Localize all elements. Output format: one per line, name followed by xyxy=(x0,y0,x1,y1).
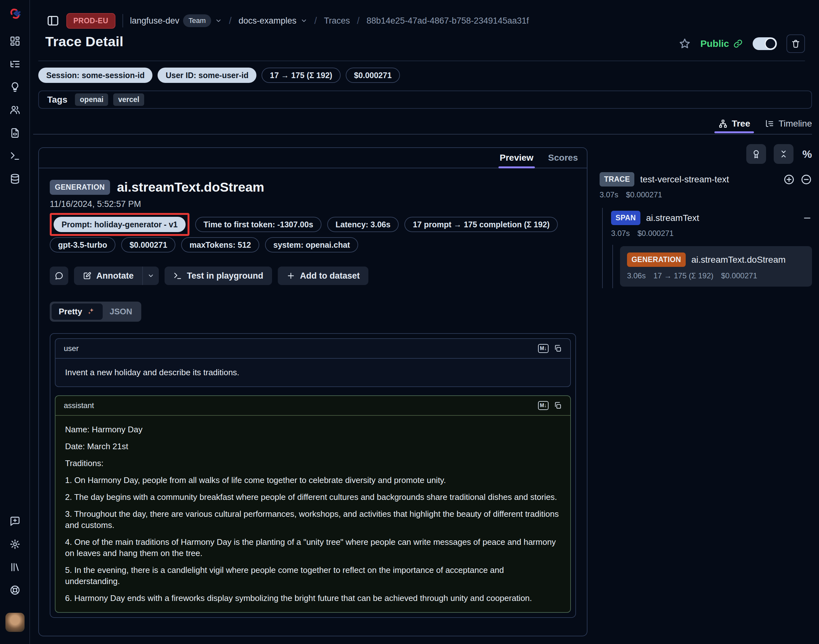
tab-timeline-label: Timeline xyxy=(779,119,812,129)
cost-badge: $0.000271 xyxy=(346,67,400,83)
model-badge[interactable]: gpt-3.5-turbo xyxy=(50,237,115,253)
assistant-paragraph: 5. In the evening, there is a candleligh… xyxy=(65,564,561,587)
role-label: user xyxy=(64,344,79,353)
observation-panel: Preview Scores GENERATION ai.streamText.… xyxy=(38,147,587,636)
trace-latency: 3.07s xyxy=(599,190,618,199)
breadcrumb-traces-link[interactable]: Traces xyxy=(324,16,350,26)
format-pretty[interactable]: Pretty xyxy=(52,304,103,320)
format-toggle: Pretty JSON xyxy=(50,302,141,322)
span-type-badge: SPAN xyxy=(611,211,641,225)
markdown-toggle-icon[interactable]: M↓ xyxy=(538,401,549,410)
span-cost: $0.000271 xyxy=(638,229,673,238)
generation-type-badge: GENERATION xyxy=(627,253,686,267)
tree-node-trace[interactable]: TRACE test-vercel-stream-text xyxy=(599,172,812,187)
breadcrumb-slash: / xyxy=(315,15,317,26)
observation-title: ai.streamText.doStream xyxy=(117,180,264,195)
delete-trace-button[interactable] xyxy=(787,34,805,53)
annotate-button[interactable]: Annotate xyxy=(74,267,142,285)
playground-button[interactable]: Test in playground xyxy=(164,267,272,285)
fold-vertical-icon xyxy=(779,149,789,159)
header-actions: Public xyxy=(679,34,805,53)
session-badge[interactable]: Session: some-session-id xyxy=(38,67,152,83)
tab-tree[interactable]: Tree xyxy=(718,119,750,129)
copy-icon[interactable] xyxy=(554,402,562,410)
trace-detail-page: PROD-EU langfuse-dev Team / docs-example… xyxy=(0,0,819,644)
public-toggle[interactable] xyxy=(753,37,777,50)
tree-guide-line xyxy=(602,208,603,288)
assistant-paragraph: 6. Harmony Day ends with a fireworks dis… xyxy=(65,593,561,604)
chevron-down-icon xyxy=(215,17,222,24)
annotate-dropdown-button[interactable] xyxy=(142,267,159,285)
trace-cost: $0.000271 xyxy=(626,190,662,199)
expand-all-icon[interactable] xyxy=(783,174,795,185)
generation-latency: 3.06s xyxy=(627,271,646,280)
pretty-label: Pretty xyxy=(59,307,82,317)
feedback-icon[interactable] xyxy=(9,516,20,527)
observation-actions: Annotate Test in playground Add to datas… xyxy=(50,267,576,285)
bookmark-star-icon[interactable] xyxy=(679,38,691,50)
collapse-all-circle-icon[interactable] xyxy=(801,174,812,185)
plus-icon xyxy=(286,271,295,280)
view-tabs: Tree Timeline xyxy=(718,115,812,132)
generation-name: ai.streamText.doStream xyxy=(691,255,786,265)
tracing-icon[interactable] xyxy=(9,59,20,69)
public-link[interactable]: Public xyxy=(701,38,743,49)
prompt-badge[interactable]: Prompt: holiday-generator - v1 xyxy=(54,217,186,232)
format-json[interactable]: JSON xyxy=(103,304,139,320)
tag-openai[interactable]: openai xyxy=(75,94,108,106)
tab-timeline[interactable]: Timeline xyxy=(765,119,812,129)
toggle-knob xyxy=(765,38,776,49)
tab-preview[interactable]: Preview xyxy=(500,148,533,168)
tag-vercel[interactable]: vercel xyxy=(113,94,144,106)
assistant-paragraph: Traditions: xyxy=(65,458,561,469)
sidebar-nav-bottom xyxy=(0,516,30,595)
tree-node-span[interactable]: SPAN ai.streamText xyxy=(611,211,812,225)
user-avatar[interactable] xyxy=(5,613,25,632)
org-switcher[interactable]: langfuse-dev Team xyxy=(130,14,222,27)
lightbulb-icon[interactable] xyxy=(9,81,20,92)
prompts-icon[interactable] xyxy=(9,127,20,138)
settings-icon[interactable] xyxy=(9,539,20,550)
users-icon[interactable] xyxy=(9,104,20,115)
chevron-down-icon xyxy=(148,272,154,279)
playground-icon[interactable] xyxy=(9,150,20,161)
award-icon xyxy=(751,149,761,159)
langfuse-logo-icon[interactable] xyxy=(8,7,22,20)
collapse-all-button[interactable] xyxy=(774,144,793,164)
add-to-dataset-button[interactable]: Add to dataset xyxy=(278,267,369,285)
datasets-icon[interactable] xyxy=(9,173,20,184)
max-tokens-badge: maxTokens: 512 xyxy=(181,237,259,253)
user-message-text: Invent a new holiday and describe its tr… xyxy=(65,367,561,378)
env-badge: PROD-EU xyxy=(66,13,115,29)
public-label: Public xyxy=(701,38,729,49)
panel-left-icon[interactable] xyxy=(46,14,59,27)
span-latency: 3.07s xyxy=(611,229,630,238)
docs-library-icon[interactable] xyxy=(9,562,20,573)
observation-header: GENERATION ai.streamText.doStream xyxy=(50,180,576,195)
link-icon xyxy=(733,38,743,49)
message-actions: M↓ xyxy=(538,401,562,410)
support-icon[interactable] xyxy=(9,585,20,595)
chevron-down-icon xyxy=(300,17,307,24)
annotate-split-button: Annotate xyxy=(74,267,159,285)
tab-scores[interactable]: Scores xyxy=(548,148,578,168)
project-name: docs-examples xyxy=(238,16,297,26)
comment-button[interactable] xyxy=(50,267,68,285)
collapse-node-icon[interactable] xyxy=(802,213,812,223)
annotate-scores-button[interactable] xyxy=(746,144,766,164)
role-label: assistant xyxy=(64,401,94,410)
tree-node-generation-selected[interactable]: GENERATION ai.streamText.doStream 3.06s … xyxy=(620,246,812,287)
project-switcher[interactable]: docs-examples xyxy=(238,16,307,26)
view-tabs-border xyxy=(33,134,812,135)
generation-metrics: 3.06s 17 → 175 (Σ 192) $0.000271 xyxy=(627,271,805,280)
tree-view-icon xyxy=(718,119,728,129)
metrics-percent-toggle[interactable]: % xyxy=(802,148,812,160)
user-id-badge[interactable]: User ID: some-user-id xyxy=(158,67,257,83)
copy-icon[interactable] xyxy=(554,344,562,353)
observation-detail: GENERATION ai.streamText.doStream 11/16/… xyxy=(39,168,587,618)
breadcrumb-divider xyxy=(123,14,123,28)
dashboard-icon[interactable] xyxy=(9,36,20,46)
assistant-message-card: assistant M↓ Name: Harmony Day Date: Mar… xyxy=(55,395,571,613)
trace-name: test-vercel-stream-text xyxy=(640,175,729,185)
markdown-toggle-icon[interactable]: M↓ xyxy=(538,344,549,353)
